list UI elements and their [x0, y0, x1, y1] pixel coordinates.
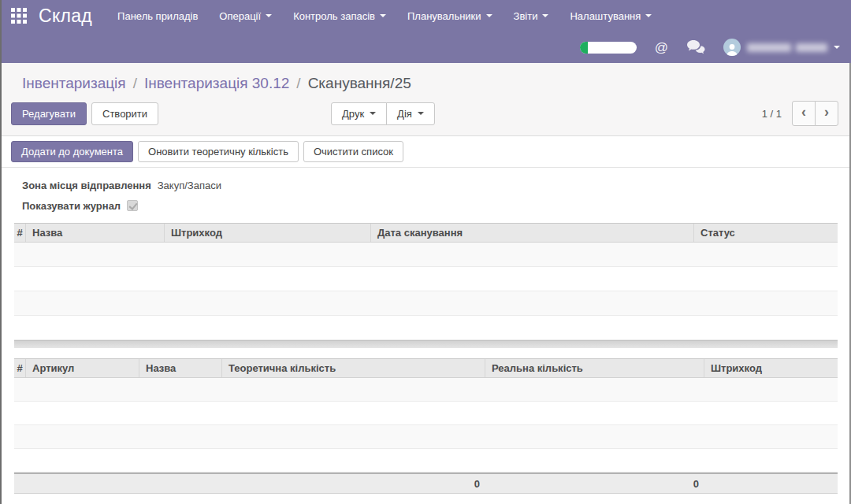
table-row — [14, 378, 838, 402]
pager-next-button[interactable]: › — [815, 101, 838, 126]
table-row — [14, 243, 838, 267]
breadcrumb-current: Сканування/25 — [308, 75, 411, 91]
navbar-main-row: Склад Панель приладів Операції Контроль … — [0, 0, 851, 32]
top-navbar: Склад Панель приладів Операції Контроль … — [0, 0, 851, 63]
timer-progress — [580, 42, 588, 54]
chevron-down-icon — [486, 14, 492, 20]
window-left-edge — [0, 0, 2, 504]
app-window: Склад Панель приладів Операції Контроль … — [0, 0, 851, 504]
column-header-real-qty[interactable]: Реальна кількість — [485, 359, 704, 377]
user-avatar — [723, 39, 741, 56]
column-header-theoretical-qty[interactable]: Теоретична кількість — [221, 359, 485, 377]
pager-previous-button[interactable]: ‹ — [792, 101, 816, 126]
edit-button[interactable]: Редагувати — [11, 102, 87, 125]
column-header-name[interactable]: Назва — [25, 224, 164, 242]
table-row — [14, 425, 838, 449]
apps-grid-icon[interactable] — [11, 8, 27, 24]
chevron-down-icon — [266, 14, 272, 20]
breadcrumb-inventory[interactable]: Інвентаризація — [22, 75, 126, 91]
table-row — [14, 316, 838, 340]
column-header-sku[interactable]: Артикул — [25, 359, 139, 377]
control-panel-buttons-row: Редагувати Створити Друк Дія 1 / 1 ‹ › — [11, 101, 838, 126]
print-action-group: Друк Дія — [331, 102, 435, 125]
menu-reports[interactable]: Звіти — [514, 10, 549, 22]
action-dropdown-button[interactable]: Дія — [386, 102, 435, 125]
add-to-document-button[interactable]: Додати до документа — [11, 141, 133, 162]
table-row — [14, 267, 838, 291]
scan-table-header: # Назва Штрихкод Дата сканування Статус — [14, 223, 838, 243]
create-button[interactable]: Створити — [91, 102, 158, 125]
lines-table-totals-row: 0 0 — [14, 472, 838, 494]
messages-icon[interactable] — [686, 40, 705, 55]
source-zone-value: Закуп/Запаси — [158, 180, 221, 191]
update-theoretical-button[interactable]: Оновити теоретичну кількість — [138, 141, 299, 162]
section-separator — [14, 340, 838, 348]
scan-table: # Назва Штрихкод Дата сканування Статус — [14, 223, 838, 340]
total-theoretical-qty: 0 — [223, 478, 486, 490]
breadcrumb: Інвентаризація/Інвентаризація 30.12/Скан… — [0, 63, 851, 92]
table-row — [14, 402, 838, 425]
column-header-index[interactable]: # — [14, 224, 25, 242]
pager-count: 1 / 1 — [762, 108, 782, 120]
chevron-down-icon — [542, 14, 548, 20]
navbar-systray-row: @ — [0, 32, 851, 63]
chevron-down-icon — [370, 112, 376, 118]
menu-inventory-control[interactable]: Контроль запасів — [293, 10, 386, 22]
menu-settings[interactable]: Налаштування — [570, 10, 652, 22]
breadcrumb-separator: / — [133, 75, 137, 91]
chevron-down-icon — [645, 14, 652, 20]
menu-operations[interactable]: Операції — [219, 10, 272, 22]
pager: 1 / 1 ‹ › — [762, 101, 838, 126]
document-toolbar: Додати до документа Оновити теоретичну к… — [0, 136, 851, 168]
main-menu: Панель приладів Операції Контроль запасі… — [117, 10, 652, 22]
table-row — [14, 291, 838, 316]
total-real-qty: 0 — [486, 478, 705, 490]
mentions-icon[interactable]: @ — [655, 41, 668, 54]
column-header-barcode[interactable]: Штрихкод — [704, 359, 838, 377]
lines-table-header: # Артикул Назва Теоретична кількість Реа… — [14, 358, 838, 378]
source-zone-label: Зона місця відправлення — [22, 180, 151, 191]
column-header-barcode[interactable]: Штрихкод — [164, 224, 370, 242]
clear-list-button[interactable]: Очистити список — [303, 141, 403, 162]
menu-dashboard[interactable]: Панель приладів — [117, 10, 198, 22]
field-source-zone: Зона місця відправлення Закуп/Запаси — [0, 176, 851, 194]
record-buttons: Редагувати Створити — [11, 102, 158, 125]
chevron-down-icon — [834, 46, 840, 52]
show-journal-label: Показувати журнал — [22, 200, 121, 212]
pager-nav: ‹ › — [792, 101, 838, 126]
column-header-status[interactable]: Статус — [693, 224, 838, 242]
app-title: Склад — [39, 6, 92, 27]
field-show-journal: Показувати журнал — [0, 197, 851, 214]
user-menu[interactable] — [723, 39, 840, 56]
form-sheet: Зона місця відправлення Закуп/Запаси Пок… — [0, 168, 851, 494]
lines-table: # Артикул Назва Теоретична кількість Реа… — [14, 358, 838, 494]
column-header-scan-date[interactable]: Дата сканування — [370, 224, 693, 242]
table-row — [14, 449, 838, 472]
breadcrumb-separator: / — [296, 75, 300, 91]
chevron-down-icon — [380, 14, 386, 20]
chevron-down-icon — [418, 112, 424, 118]
print-dropdown-button[interactable]: Друк — [331, 102, 387, 125]
column-header-index[interactable]: # — [14, 359, 25, 377]
control-panel: Інвентаризація/Інвентаризація 30.12/Скан… — [0, 63, 851, 136]
column-header-name[interactable]: Назва — [139, 359, 221, 377]
user-name-redacted — [747, 43, 827, 52]
timer-widget[interactable] — [580, 42, 637, 54]
show-journal-checkbox[interactable] — [127, 200, 138, 211]
menu-schedulers[interactable]: Планувальники — [407, 10, 492, 22]
breadcrumb-inventory-30-12[interactable]: Інвентаризація 30.12 — [144, 75, 289, 91]
